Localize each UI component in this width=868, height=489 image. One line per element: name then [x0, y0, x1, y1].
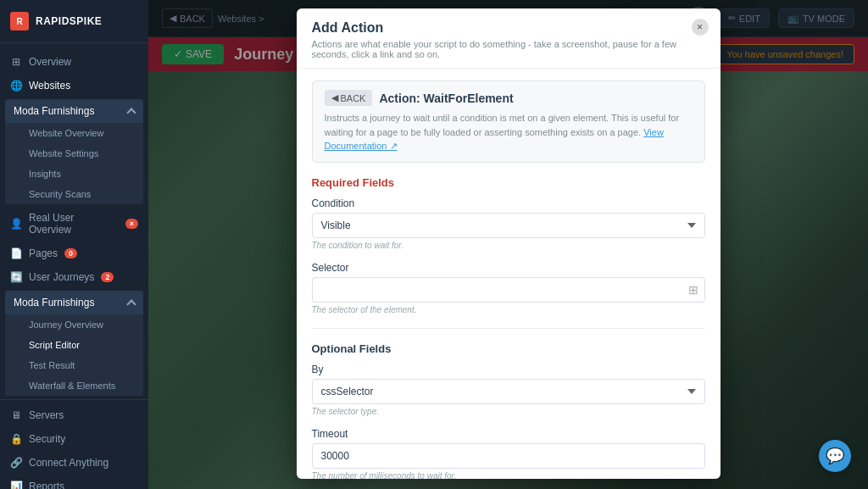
journeys-group-header[interactable]: Moda Furnishings	[5, 291, 143, 314]
add-action-modal: Add Action Actions are what enable your …	[297, 8, 721, 479]
modal-title: Add Action	[312, 20, 705, 36]
action-header-top: ◀ BACK Action: WaitForElement	[325, 90, 693, 106]
action-header: ◀ BACK Action: WaitForElement Instructs …	[312, 81, 705, 163]
sidebar-item-websites[interactable]: 🌐 Websites	[0, 74, 148, 97]
modal-close-button[interactable]: ×	[692, 19, 709, 36]
chat-bubble-button[interactable]: 💬	[819, 440, 851, 472]
optional-fields-title: Optional Fields	[312, 342, 705, 355]
sidebar-item-waterfall[interactable]: Waterfall & Elements	[5, 375, 143, 396]
back-sm-arrow-icon: ◀	[331, 92, 338, 103]
by-label: By	[312, 364, 705, 375]
sidebar-item-insights[interactable]: Insights	[5, 164, 143, 184]
condition-hint: The condition to wait for.	[312, 241, 705, 250]
section-divider	[312, 328, 705, 329]
security-icon: 🔒	[10, 433, 22, 445]
selector-group: Selector ⊞ The selector of the element.	[312, 262, 705, 314]
journeys-collapse-icon	[126, 299, 136, 308]
modal-header: Add Action Actions are what enable your …	[297, 8, 721, 69]
sidebar-item-journey-overview[interactable]: Journey Overview	[5, 314, 143, 335]
required-fields-title: Required Fields	[312, 176, 705, 189]
sidebar-item-security[interactable]: 🔒 Security	[0, 427, 148, 451]
logo-icon: R	[10, 12, 29, 31]
sidebar: R RAPIDSPIKE ⊞ Overview 🌐 Websites Moda …	[0, 0, 148, 489]
overview-icon: ⊞	[10, 56, 22, 68]
logo-text: RAPIDSPIKE	[36, 15, 102, 27]
modal-body: ◀ BACK Action: WaitForElement Instructs …	[297, 69, 721, 479]
by-hint: The selector type.	[312, 407, 705, 416]
pages-count-badge: 0	[64, 248, 77, 258]
nav-divider	[0, 399, 148, 400]
by-group: By cssSelector The selector type.	[312, 364, 705, 416]
selector-input[interactable]	[312, 277, 705, 303]
chat-bubble-icon: 💬	[826, 447, 844, 465]
timeout-hint: The number of milliseconds to wait for.	[312, 471, 705, 480]
connect-icon: 🔗	[10, 457, 22, 469]
sidebar-item-script-editor[interactable]: Script Editor	[5, 335, 143, 355]
condition-group: Condition Visible The condition to wait …	[312, 197, 705, 250]
selector-wrapper: ⊞	[312, 277, 705, 303]
real-user-badge: ×	[125, 219, 138, 229]
collapse-arrow-icon	[126, 108, 136, 117]
condition-label: Condition	[312, 197, 705, 209]
modal-backdrop: Add Action Actions are what enable your …	[148, 0, 868, 489]
sidebar-item-overview[interactable]: ⊞ Overview	[0, 50, 148, 74]
user-journeys-icon: 🔄	[10, 271, 22, 283]
timeout-group: Timeout The number of milliseconds to wa…	[312, 428, 705, 480]
modal-subtitle: Actions are what enable your script to d…	[312, 39, 705, 59]
condition-select[interactable]: Visible	[312, 213, 705, 238]
sidebar-item-real-user-overview[interactable]: 👤 Real User Overview ×	[0, 206, 148, 242]
action-back-button[interactable]: ◀ BACK	[325, 90, 373, 106]
pages-icon: 📄	[10, 247, 22, 259]
moda-furnishings-header[interactable]: Moda Furnishings	[5, 99, 143, 123]
sidebar-item-website-settings[interactable]: Website Settings	[5, 143, 143, 164]
action-description: Instructs a journey to wait until a cond…	[325, 111, 693, 153]
sidebar-item-pages[interactable]: 📄 Pages 0	[0, 242, 148, 265]
sidebar-item-website-overview[interactable]: Website Overview	[5, 123, 143, 143]
sidebar-item-servers[interactable]: 🖥 Servers	[0, 403, 148, 427]
selector-icon: ⊞	[688, 283, 698, 297]
journeys-group: Moda Furnishings Journey Overview Script…	[5, 291, 143, 396]
sidebar-nav: ⊞ Overview 🌐 Websites Moda Furnishings W…	[0, 43, 148, 489]
sidebar-logo: R RAPIDSPIKE	[0, 0, 148, 43]
timeout-label: Timeout	[312, 428, 705, 440]
sidebar-item-security-scans[interactable]: Security Scans	[5, 184, 143, 204]
moda-furnishings-group: Moda Furnishings Website Overview Websit…	[5, 99, 143, 204]
by-select[interactable]: cssSelector	[312, 379, 705, 404]
websites-icon: 🌐	[10, 80, 22, 92]
sidebar-item-connect-anything[interactable]: 🔗 Connect Anything	[0, 451, 148, 475]
servers-icon: 🖥	[10, 409, 22, 421]
sidebar-item-test-result[interactable]: Test Result	[5, 355, 143, 375]
reports-icon: 📊	[10, 481, 22, 489]
sidebar-item-reports[interactable]: 📊 Reports	[0, 475, 148, 489]
user-journeys-count-badge: 2	[101, 272, 114, 282]
sidebar-item-user-journeys[interactable]: 🔄 User Journeys 2	[0, 265, 148, 289]
main-area: ◀ BACK Websites > 🔔 💬 ✏ EDIT 📺 TV MODE	[148, 0, 868, 489]
action-name: Action: WaitForElement	[379, 92, 513, 105]
real-user-icon: 👤	[10, 218, 22, 230]
selector-hint: The selector of the element.	[312, 305, 705, 314]
selector-label: Selector	[312, 262, 705, 274]
timeout-input[interactable]	[312, 443, 705, 469]
